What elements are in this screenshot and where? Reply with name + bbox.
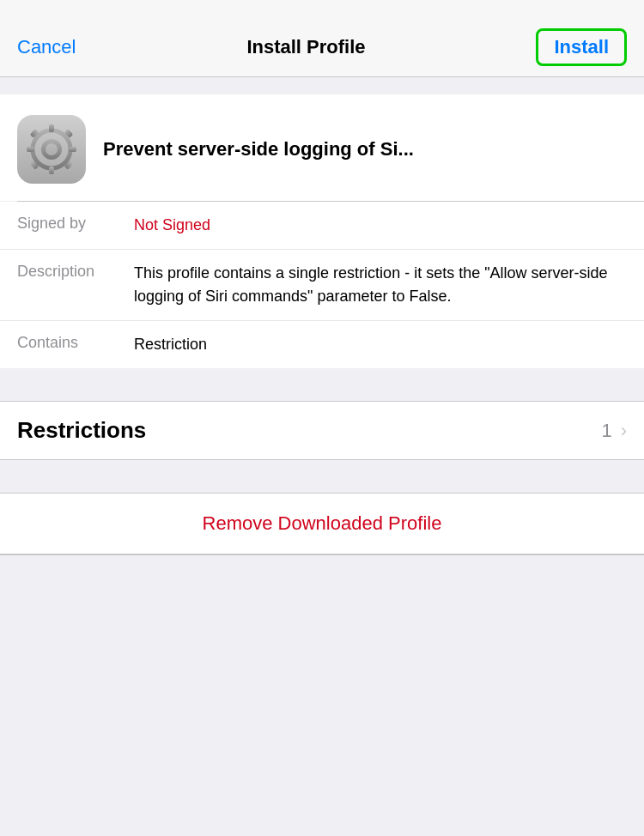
details-section: Signed by Not Signed Description This pr…	[0, 202, 644, 368]
description-label: Description	[17, 262, 120, 281]
svg-point-11	[46, 143, 58, 155]
nav-gap	[0, 77, 644, 94]
restrictions-section: Restrictions 1 ›	[0, 401, 644, 460]
contains-label: Contains	[17, 333, 120, 352]
contains-value: Restriction	[134, 333, 207, 356]
remove-profile-label: Remove Downloaded Profile	[203, 512, 442, 535]
profile-name: Prevent server-side logging of Si...	[103, 137, 414, 162]
svg-rect-6	[69, 147, 76, 152]
cancel-button[interactable]: Cancel	[17, 36, 76, 58]
svg-rect-3	[49, 124, 54, 132]
remove-profile-section[interactable]: Remove Downloaded Profile	[0, 493, 644, 554]
chevron-right-icon: ›	[621, 420, 627, 442]
profile-icon	[17, 115, 86, 184]
restrictions-label: Restrictions	[17, 417, 146, 444]
navigation-bar: Cancel Install Profile Install	[0, 0, 644, 77]
description-row: Description This profile contains a sing…	[0, 250, 644, 321]
restrictions-count: 1	[601, 420, 611, 442]
page-title: Install Profile	[246, 36, 365, 58]
svg-rect-5	[27, 147, 34, 152]
svg-rect-4	[49, 167, 54, 174]
signed-by-row: Signed by Not Signed	[0, 202, 644, 250]
profile-header: Prevent server-side logging of Si...	[0, 94, 644, 201]
section-gap-2	[0, 460, 644, 493]
install-button[interactable]: Install	[536, 28, 627, 66]
contains-row: Contains Restriction	[0, 321, 644, 368]
description-value: This profile contains a single restricti…	[134, 262, 627, 308]
page-bottom	[0, 555, 644, 727]
restrictions-right: 1 ›	[601, 420, 627, 442]
signed-by-label: Signed by	[17, 214, 120, 233]
signed-by-value: Not Signed	[134, 214, 210, 237]
restrictions-row[interactable]: Restrictions 1 ›	[0, 402, 644, 459]
section-gap-1	[0, 368, 644, 401]
